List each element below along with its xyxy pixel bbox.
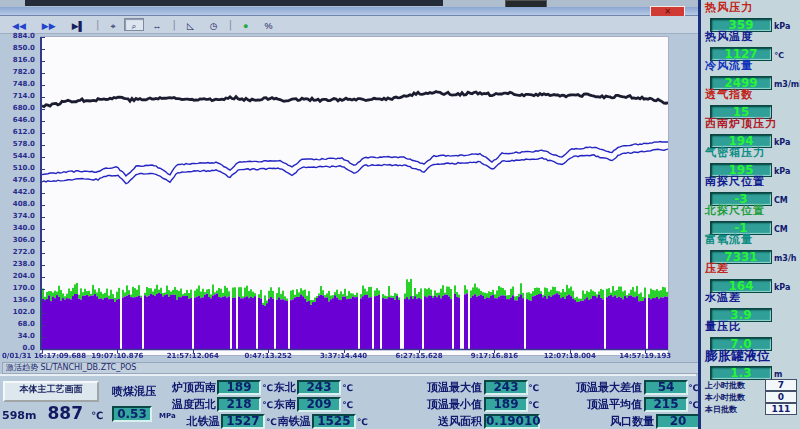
gauge-unit: m3/mi <box>774 80 800 89</box>
toolbar-percent-icon[interactable]: % <box>257 18 279 31</box>
gauge-unit: kPa <box>774 22 790 31</box>
y-tick-label: 612.0 <box>0 128 35 136</box>
y-tick-label: 714.0 <box>0 92 35 100</box>
gauge-value-row: -1CM <box>705 217 798 232</box>
row-label: 温度 <box>172 397 194 412</box>
position-label: 西北 <box>194 397 216 412</box>
gauge-unit: CM <box>774 225 788 234</box>
gauge-label: 冷风流量 <box>705 59 798 72</box>
bottom-readings-panel: 本体主工艺画面 598m 887 ℃ 喷煤混压 0.53 MPa 炉顶 西南18… <box>0 374 696 429</box>
gauge-value-row: 359kPa <box>705 14 798 29</box>
temp-value-box: 218 <box>217 397 261 412</box>
y-tick-label: 748.0 <box>0 80 35 88</box>
stats-row: 顶温最大值243℃顶温最大差值54℃ <box>400 379 712 396</box>
toolbar-ramp-icon[interactable]: ◺ <box>180 18 201 31</box>
y-tick-label: 850.0 <box>0 44 35 52</box>
y-tick-label: 816.0 <box>0 56 35 64</box>
temp-unit: ℃ <box>262 400 274 410</box>
y-tick-label: 442.0 <box>0 188 35 196</box>
x-tick-label: 0/01/31 16:17:09.688 <box>2 352 86 360</box>
stat-value-box: 54 <box>644 380 688 395</box>
gauge-value-row: 7.0 <box>705 333 798 348</box>
toolbar-zoom-range-icon[interactable]: ⌖ <box>103 18 122 31</box>
background-window-strip <box>0 0 700 16</box>
y-tick-label: 884.0 <box>0 32 35 40</box>
top-temp-stats-grid: 顶温最大值243℃顶温最大差值54℃顶温最小值189℃顶温平均值215℃送风面积… <box>400 379 712 429</box>
gauge-label: 富氧流量 <box>705 233 798 246</box>
gauge-airtight-box-pressure: 气密箱压力195kPa <box>705 146 798 174</box>
y-tick-label: 306.0 <box>0 236 35 244</box>
gauge-unit: ℃ <box>774 51 784 60</box>
gauge-value-row: 194kPa <box>705 130 798 145</box>
y-tick-label: 340.0 <box>0 224 35 232</box>
batch-counters: 上小时批数7本小时批数0本日批数111 <box>705 379 798 415</box>
gauge-label: 南探尺位置 <box>705 175 798 188</box>
counter-label: 本小时批数 <box>705 392 757 403</box>
y-tick-label: 476.0 <box>0 176 35 184</box>
x-tick-label: 14:57:19.193 <box>619 352 671 360</box>
y-tick-label: 34.0 <box>0 332 35 340</box>
gauge-label: 热风压力 <box>705 1 798 14</box>
toolbar-clock-icon[interactable]: ◷ <box>203 18 225 31</box>
coal-injection-label: 喷煤混压 <box>112 384 156 399</box>
gauge-north-probe-position: 北探尺位置-1CM <box>705 204 798 232</box>
y-tick-label: 782.0 <box>0 68 35 76</box>
main-process-screen-button[interactable]: 本体主工艺画面 <box>3 381 99 402</box>
toolbar-skip-to-end-icon[interactable]: ▶▌ <box>65 18 92 31</box>
stat-value-box: 0.19010 <box>484 414 540 429</box>
stockline-depth-temp: 598m 887 ℃ <box>2 403 103 423</box>
y-tick-label: 272.0 <box>0 248 35 256</box>
gauge-label: 膨胀罐液位 <box>705 349 798 362</box>
gauge-label: 热风温度 <box>705 30 798 43</box>
temp-unit: ℃ <box>266 417 278 427</box>
gauge-label: 透气指数 <box>705 88 798 101</box>
toolbar-rewind-icon[interactable]: ◀◀ <box>5 18 33 31</box>
gauge-unit: m <box>774 370 782 379</box>
stat-value-box: 20 <box>656 414 700 429</box>
x-tick-label: 21:57:12.064 <box>167 352 219 360</box>
stat-value-box: 189 <box>484 397 528 412</box>
gauge-label: 西南炉顶压力 <box>705 117 798 130</box>
toolbar-zoom-tool-icon[interactable]: ⌕ <box>124 18 143 31</box>
temp-unit: ℃ <box>342 400 354 410</box>
counter-value-box: 111 <box>765 403 797 415</box>
gauge-value-row: 1.3m <box>705 362 798 377</box>
gauge-value-row: 15 <box>705 101 798 116</box>
temperature-value: 887 <box>48 403 84 423</box>
iron-value-box: 1525 <box>312 414 356 429</box>
y-tick-label: 68.0 <box>0 320 35 328</box>
toolbar-fast-forward-icon[interactable]: ▶▶ <box>35 18 63 31</box>
y-tick-label: 102.0 <box>0 308 35 316</box>
gauge-permeability-index: 透气指数15 <box>705 88 798 116</box>
furnace-top-temp-grid: 炉顶 西南189℃ 东北243℃温度 西北218℃ 东南209℃ 北铁温1527… <box>172 379 369 429</box>
y-tick-label: 680.0 <box>0 104 35 112</box>
temp-unit: ℃ <box>342 383 354 393</box>
toolbar-status-lamp-icon[interactable]: ● <box>236 18 255 31</box>
y-tick-label: 646.0 <box>0 116 35 124</box>
y-tick-label: 136.0 <box>0 296 35 304</box>
gauge-unit: kPa <box>774 283 790 292</box>
x-tick-label: 3:37:14.440 <box>320 352 367 360</box>
gauge-value-row: 3.9 <box>705 304 798 319</box>
gauge-label: 气密箱压力 <box>705 146 798 159</box>
stat-label: 顶温最大差值 <box>554 380 642 395</box>
gauge-water-temp-diff: 水温差3.9 <box>705 291 798 319</box>
iron-value-box: 1527 <box>221 414 265 429</box>
gauge-value-row: 2499m3/mi <box>705 72 798 87</box>
stat-label: 顶温平均值 <box>554 397 642 412</box>
gauge-expansion-tank-level: 膨胀罐液位1.3m <box>705 349 798 377</box>
temperature-unit: ℃ <box>91 410 103 421</box>
toolbar-separator: | <box>96 19 99 30</box>
toolbar-expand-horizontal-icon[interactable]: ↔ <box>146 18 169 31</box>
stat-value-box: 243 <box>484 380 528 395</box>
temp-unit: ℃ <box>262 383 274 393</box>
y-tick-label: 374.0 <box>0 212 35 220</box>
y-tick-label: 204.0 <box>0 272 35 280</box>
y-tick-label: 170.0 <box>0 284 35 292</box>
position-label: 东北 <box>274 380 296 395</box>
stat-label: 送风面积 <box>400 414 482 429</box>
trend-chart-area: 884.0850.0816.0782.0748.0714.0680.0646.0… <box>0 34 696 374</box>
x-axis-labels: 0/01/31 16:17:09.68819:07:10.87621:57:12… <box>40 352 696 362</box>
iron-label: 北铁温 <box>172 414 220 429</box>
counter-label: 本日批数 <box>705 404 757 415</box>
